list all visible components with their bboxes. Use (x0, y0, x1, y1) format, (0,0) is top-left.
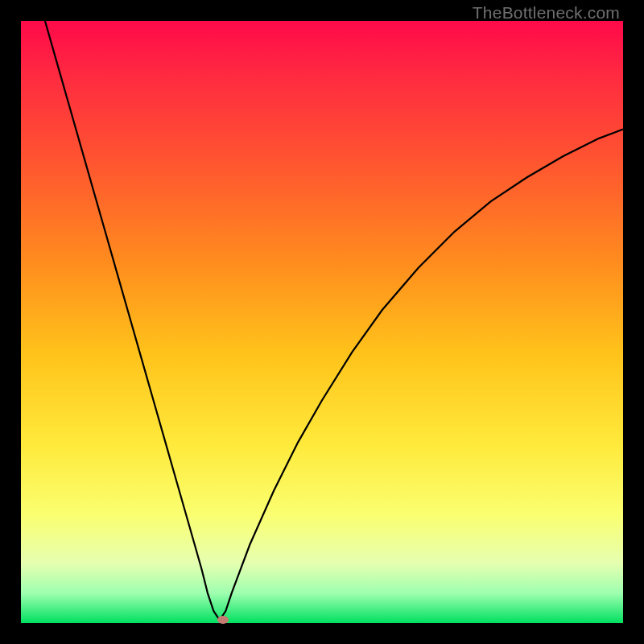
attribution-text: TheBottleneck.com (473, 3, 620, 23)
chart-frame (21, 21, 623, 623)
curve-path (45, 21, 623, 620)
optimum-marker (217, 616, 229, 624)
bottleneck-curve (21, 21, 623, 623)
